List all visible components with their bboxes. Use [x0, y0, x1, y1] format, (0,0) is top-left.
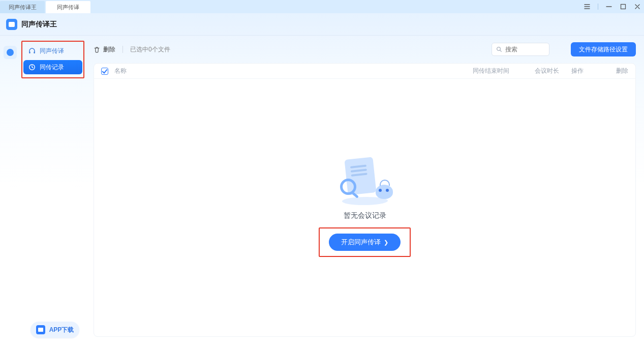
delete-button[interactable]: 删除 [94, 45, 115, 54]
separator [598, 4, 598, 10]
search-input[interactable] [505, 46, 541, 53]
storage-path-button[interactable]: 文件存储路径设置 [571, 42, 636, 56]
icon-rail [0, 36, 20, 345]
toolbar: 删除 已选中0个文件 文件存储路径设置 [94, 42, 636, 57]
sidebar-item-label: 同声传译 [40, 47, 64, 55]
empty-illustration-icon [337, 158, 393, 204]
clock-icon [28, 64, 36, 71]
main-area: 同声传译 同传记录 删除 已选中0个文件 [0, 36, 644, 345]
delete-label: 删除 [103, 45, 115, 54]
app-download-icon [36, 325, 45, 334]
empty-state: 暂无会议记录 开启同声传译 ❯ [94, 79, 635, 336]
storage-path-label: 文件存储路径设置 [579, 45, 628, 54]
empty-text: 暂无会议记录 [344, 211, 386, 220]
column-duration: 会议时长 [535, 67, 565, 75]
window-tab[interactable]: 同声传译 [46, 1, 90, 13]
trash-icon [94, 46, 100, 53]
headphones-icon [28, 47, 36, 54]
app-download-label: APP下载 [49, 326, 74, 334]
sidebar: 同声传译 同传记录 [20, 36, 85, 345]
column-name: 名称 [114, 67, 467, 75]
column-operation: 操作 [571, 67, 602, 75]
records-list: 名称 同传结束时间 会议时长 操作 删除 暂无会议记录 开启同声传译 ❯ [94, 63, 636, 337]
column-delete: 删除 [608, 67, 628, 75]
start-highlight-frame: 开启同声传译 ❯ [319, 227, 411, 257]
window-tab-label: 同声传译王 [9, 4, 37, 11]
selected-count-text: 已选中0个文件 [130, 45, 170, 54]
svg-rect-1 [29, 52, 30, 53]
minimize-button[interactable] [605, 3, 612, 10]
search-input-wrapper[interactable] [492, 43, 549, 56]
start-button-label: 开启同声传译 [341, 238, 381, 247]
rail-translate-icon[interactable] [4, 46, 17, 59]
maximize-button[interactable] [620, 3, 627, 10]
svg-rect-2 [34, 52, 35, 53]
sidebar-highlight-frame: 同声传译 同传记录 [21, 41, 84, 78]
close-button[interactable] [634, 3, 641, 10]
window-controls [584, 0, 641, 13]
content-panel: 删除 已选中0个文件 文件存储路径设置 名称 同传结束时间 会议时长 操作 [85, 36, 644, 345]
menu-icon[interactable] [584, 3, 591, 10]
svg-rect-0 [621, 5, 626, 9]
sidebar-item-live[interactable]: 同声传译 [23, 44, 82, 58]
sidebar-item-records[interactable]: 同传记录 [23, 60, 82, 74]
sidebar-item-label: 同传记录 [40, 63, 64, 72]
window-tab-label: 同声传译 [57, 4, 79, 11]
start-translation-button[interactable]: 开启同声传译 ❯ [329, 234, 401, 251]
select-all-checkbox[interactable] [101, 68, 108, 75]
window-tab-strip: 同声传译王 同声传译 [0, 0, 644, 13]
separator [122, 46, 123, 53]
svg-point-4 [497, 47, 501, 51]
window-tab[interactable]: 同声传译王 [0, 1, 45, 13]
column-end-time: 同传结束时间 [473, 67, 529, 75]
app-title: 同声传译王 [21, 20, 57, 29]
list-header: 名称 同传结束时间 会议时长 操作 删除 [94, 64, 635, 79]
app-logo-icon [6, 19, 17, 30]
title-bar: 同声传译王 [0, 13, 644, 36]
app-download-button[interactable]: APP下载 [30, 322, 79, 338]
search-icon [496, 46, 502, 52]
chevron-right-icon: ❯ [384, 239, 388, 246]
